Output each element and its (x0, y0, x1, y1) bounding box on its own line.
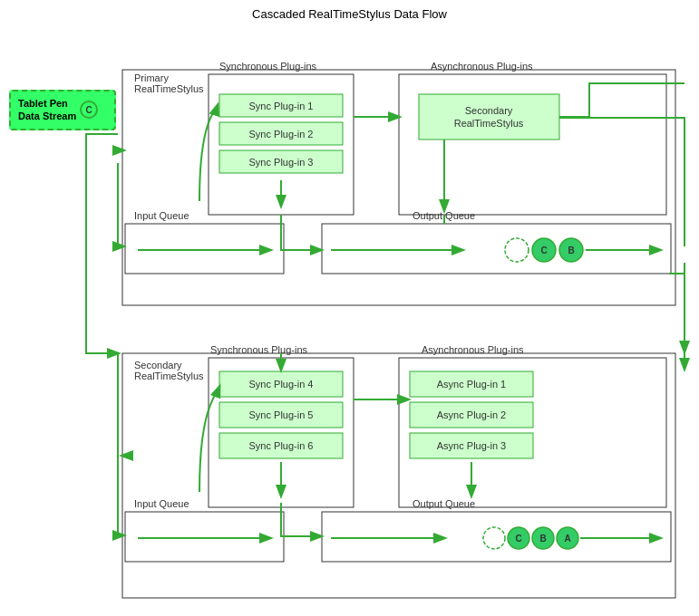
svg-rect-16 (322, 224, 671, 274)
svg-rect-41 (410, 402, 533, 428)
svg-text:Sync Plug-in 4: Sync Plug-in 4 (249, 379, 314, 390)
svg-rect-35 (219, 433, 343, 458)
svg-text:C: C (540, 245, 547, 255)
svg-text:RealTimeStylus: RealTimeStylus (134, 371, 204, 381)
svg-text:Sync Plug-in 3: Sync Plug-in 3 (249, 157, 314, 168)
svg-rect-11 (419, 94, 559, 140)
svg-text:Async Plug-in 2: Async Plug-in 2 (437, 409, 506, 420)
svg-rect-3 (219, 94, 343, 117)
svg-rect-38 (399, 358, 666, 507)
svg-text:A: A (564, 534, 570, 544)
svg-rect-46 (125, 512, 284, 562)
svg-rect-28 (122, 353, 675, 598)
svg-text:Sync Plug-in 2: Sync Plug-in 2 (249, 129, 314, 140)
svg-point-21 (559, 238, 583, 262)
svg-text:Sync Plug-in 1: Sync Plug-in 1 (249, 101, 314, 111)
tablet-pen-source: Tablet PenData Stream C (9, 90, 116, 130)
top-diagram-svg: Primary RealTimeStylus Synchronous Plug-… (0, 29, 699, 322)
top-input-queue-label: Input Queue (134, 210, 189, 221)
top-sync-label: Synchronous Plug-ins (219, 61, 317, 72)
bottom-input-queue-label: Input Queue (134, 498, 189, 509)
svg-rect-39 (410, 371, 533, 397)
svg-text:RealTimeStylus: RealTimeStylus (454, 118, 524, 129)
svg-text:C: C (515, 534, 521, 544)
svg-rect-5 (219, 122, 343, 145)
primary-rts-label: Primary (134, 72, 169, 83)
svg-point-51 (508, 527, 529, 549)
svg-rect-43 (410, 433, 533, 458)
svg-point-55 (557, 527, 578, 549)
svg-point-53 (532, 527, 554, 549)
svg-point-50 (483, 527, 505, 549)
svg-rect-33 (219, 402, 343, 428)
bottom-output-queue-label: Output Queue (413, 498, 475, 509)
top-output-queue-label: Output Queue (413, 210, 475, 221)
svg-rect-10 (399, 74, 666, 215)
svg-rect-48 (322, 512, 671, 562)
svg-rect-2 (209, 74, 354, 215)
page-title: Cascaded RealTimeStylus Data Flow (0, 0, 699, 21)
svg-text:B: B (568, 245, 574, 255)
svg-rect-30 (209, 358, 354, 507)
svg-rect-14 (125, 224, 284, 274)
bottom-async-label: Asynchronous Plug-ins (422, 344, 524, 355)
svg-rect-31 (219, 371, 343, 397)
svg-point-19 (532, 238, 556, 262)
secondary-rts-label: Secondary (134, 360, 182, 371)
svg-text:RealTimeStylus: RealTimeStylus (134, 83, 204, 94)
svg-rect-7 (219, 150, 343, 173)
tablet-pen-label: Tablet PenData Stream (18, 98, 76, 121)
svg-text:B: B (539, 534, 546, 544)
svg-text:Async Plug-in 3: Async Plug-in 3 (437, 440, 506, 451)
svg-text:Async Plug-in 1: Async Plug-in 1 (437, 379, 506, 390)
tablet-pen-badge: C (80, 101, 98, 119)
svg-text:Sync Plug-in 6: Sync Plug-in 6 (249, 440, 314, 451)
svg-text:Sync Plug-in 5: Sync Plug-in 5 (249, 409, 314, 420)
bottom-diagram-svg: Secondary RealTimeStylus Synchronous Plu… (0, 322, 699, 616)
svg-rect-0 (122, 70, 675, 305)
svg-point-18 (505, 238, 529, 262)
svg-text:Secondary: Secondary (465, 105, 513, 116)
top-async-label: Asynchronous Plug-ins (431, 61, 533, 72)
bottom-sync-label: Synchronous Plug-ins (210, 344, 308, 355)
